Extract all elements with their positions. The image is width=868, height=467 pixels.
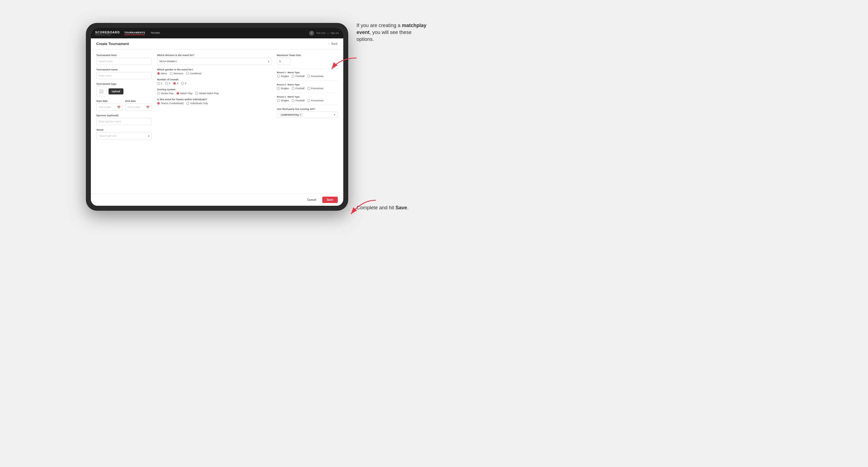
- stroke-play[interactable]: Stroke Play: [157, 92, 174, 95]
- medal-match-play-label: Medal Match Play: [199, 92, 219, 95]
- tournament-host-input[interactable]: [96, 58, 152, 65]
- round-1[interactable]: 1: [157, 82, 162, 85]
- round3-singles[interactable]: Singles: [277, 99, 289, 102]
- tournament-name-input[interactable]: [96, 72, 152, 79]
- gender-mens-label: Mens: [161, 72, 167, 75]
- main-content: Create Tournament ← Back Tournament Host…: [91, 38, 343, 194]
- round-2-radio[interactable]: [165, 82, 168, 85]
- annotation-right-bottom: Complete and hit Save.: [356, 205, 428, 211]
- venue-group: Venue ▾: [96, 128, 152, 139]
- nav-left: SCOREBOARD Powered by clippit TOURNAMENT…: [95, 31, 160, 36]
- save-button[interactable]: Save: [322, 197, 338, 203]
- gender-label: Which gender is the event for?: [157, 68, 272, 71]
- division-select[interactable]: NCAA Division I: [157, 58, 272, 65]
- round1-match-type: Round 1 - Match Type Singles Fourball: [277, 71, 338, 77]
- round1-fourball-radio[interactable]: [291, 75, 294, 77]
- api-tag-remove[interactable]: ✕: [300, 114, 302, 116]
- form-col-middle: Which division is the event for? NCAA Di…: [157, 54, 272, 143]
- round2-foursomes-radio[interactable]: [307, 87, 310, 90]
- round1-fourball-label: Fourball: [296, 75, 305, 77]
- nav-link-tournaments[interactable]: TOURNAMENTS: [124, 31, 145, 35]
- api-chevron: ▾: [334, 113, 335, 116]
- round2-fourball-radio[interactable]: [291, 87, 294, 90]
- round2-radio-group: Singles Fourball Foursomes: [277, 87, 338, 90]
- start-date-label: Start date: [96, 100, 123, 102]
- round3-fourball-radio[interactable]: [291, 99, 294, 102]
- gender-womens-radio[interactable]: [170, 72, 173, 75]
- nav-link-teams[interactable]: TEAMS: [151, 31, 160, 35]
- tablet-screen: SCOREBOARD Powered by clippit TOURNAMENT…: [91, 28, 343, 206]
- tournament-logo-group: Tournament logo Upload: [96, 83, 152, 96]
- max-team-input[interactable]: [277, 58, 291, 65]
- logo-title: SCOREBOARD: [95, 31, 120, 34]
- round2-singles[interactable]: Singles: [277, 87, 289, 90]
- round3-foursomes[interactable]: Foursomes: [307, 99, 324, 102]
- individuals-only[interactable]: Individuals Only: [186, 102, 208, 105]
- round-1-radio[interactable]: [157, 82, 160, 85]
- round3-radio-group: Singles Fourball Foursomes: [277, 99, 338, 102]
- individuals-only-radio[interactable]: [186, 102, 189, 105]
- gender-combined[interactable]: Combined: [186, 72, 201, 75]
- round3-fourball[interactable]: Fourball: [291, 99, 305, 102]
- sign-out-link[interactable]: Sign out: [331, 32, 339, 34]
- gender-mens-radio[interactable]: [157, 72, 160, 75]
- medal-match-play[interactable]: Medal Match Play: [195, 92, 219, 95]
- end-date-label: End date: [125, 100, 152, 102]
- annotation-top-text: If you are creating a matchplay event, y…: [356, 23, 426, 42]
- round-4-radio[interactable]: [181, 82, 184, 85]
- round2-singles-radio[interactable]: [277, 87, 280, 90]
- stroke-play-label: Stroke Play: [161, 92, 174, 95]
- rounds-radio-group: 1 2 3 4: [157, 82, 272, 85]
- round-3-radio[interactable]: [173, 82, 176, 85]
- end-date-wrapper: 📅: [125, 103, 152, 111]
- separator: |: [328, 32, 329, 34]
- round3-singles-radio[interactable]: [277, 99, 280, 102]
- teams-radio-group: Teams (+Individuals) Individuals Only: [157, 102, 272, 105]
- cancel-button[interactable]: Cancel: [304, 197, 319, 203]
- nav-links: TOURNAMENTS TEAMS: [124, 31, 160, 35]
- teams-individuals[interactable]: Teams (+Individuals): [157, 102, 184, 105]
- round1-fourball[interactable]: Fourball: [291, 75, 305, 77]
- gender-mens[interactable]: Mens: [157, 72, 167, 75]
- round1-singles-label: Singles: [281, 75, 289, 77]
- stroke-play-radio[interactable]: [157, 92, 160, 95]
- sponsor-group: Sponsor (optional): [96, 114, 152, 125]
- venue-input[interactable]: [96, 132, 152, 139]
- round1-singles[interactable]: Singles: [277, 75, 289, 77]
- start-date-group: Start date 📅: [96, 100, 123, 111]
- round1-foursomes-label: Foursomes: [311, 75, 324, 77]
- match-play-radio[interactable]: [177, 92, 179, 95]
- round3-foursomes-label: Foursomes: [311, 99, 324, 102]
- tournament-logo-label: Tournament logo: [96, 83, 152, 85]
- back-link[interactable]: ← Back: [328, 42, 338, 45]
- gender-womens[interactable]: Womens: [170, 72, 183, 75]
- teams-individuals-radio[interactable]: [157, 102, 160, 105]
- round1-radio-group: Singles Fourball Foursomes: [277, 75, 338, 77]
- upload-button[interactable]: Upload: [108, 88, 124, 94]
- match-play[interactable]: Match Play: [177, 92, 193, 95]
- round1-singles-radio[interactable]: [277, 75, 280, 77]
- teams-individuals-label: Teams (+Individuals): [161, 102, 184, 105]
- medal-match-play-radio[interactable]: [195, 92, 198, 95]
- annotation-bottom-text: Complete and hit Save.: [356, 205, 408, 211]
- round2-foursomes[interactable]: Foursomes: [307, 87, 324, 90]
- round-3[interactable]: 3: [173, 82, 178, 85]
- sponsor-input[interactable]: [96, 118, 152, 125]
- date-row: Start date 📅 End date 📅: [96, 100, 152, 111]
- round-2[interactable]: 2: [165, 82, 170, 85]
- round3-fourball-label: Fourball: [296, 99, 305, 102]
- round3-foursomes-radio[interactable]: [307, 99, 310, 102]
- round1-foursomes[interactable]: Foursomes: [307, 75, 324, 77]
- round-4[interactable]: 4: [181, 82, 186, 85]
- division-group: Which division is the event for? NCAA Di…: [157, 54, 272, 65]
- round-2-label: 2: [169, 82, 170, 85]
- round2-fourball[interactable]: Fourball: [291, 87, 305, 90]
- svg-point-1: [100, 90, 101, 91]
- round-3-label: 3: [177, 82, 178, 85]
- gender-combined-radio[interactable]: [186, 72, 189, 75]
- api-select[interactable]: Leaderboard King ✕ ▾: [277, 112, 338, 118]
- tablet-frame: SCOREBOARD Powered by clippit TOURNAMENT…: [86, 23, 348, 211]
- round1-foursomes-radio[interactable]: [307, 75, 310, 77]
- gender-combined-label: Combined: [190, 72, 201, 75]
- form-col-right: Maximum Team Size Round 1 - Match Type S…: [277, 54, 338, 143]
